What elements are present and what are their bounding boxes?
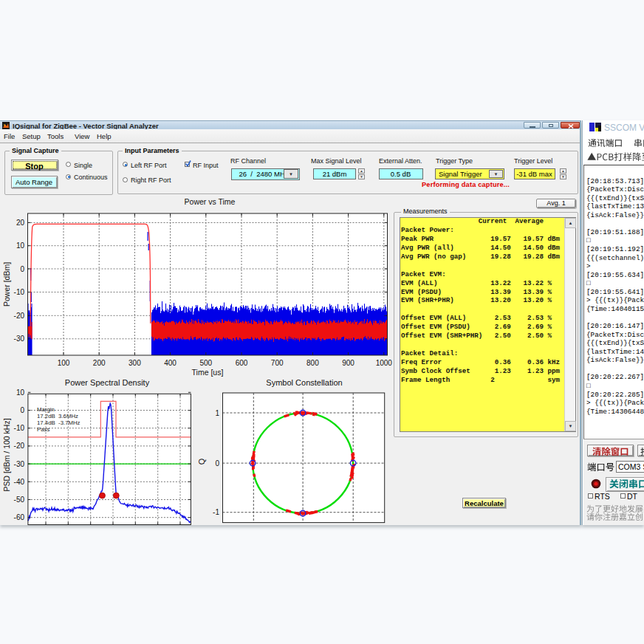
svg-text:400: 400	[164, 359, 177, 367]
svg-text:600: 600	[236, 359, 248, 367]
svg-text:500: 500	[199, 359, 212, 367]
svg-text:1000: 1000	[376, 359, 393, 367]
svg-text:-30: -30	[14, 460, 25, 468]
svg-text:Margin: Margin	[37, 406, 55, 413]
svg-text:20: 20	[16, 219, 25, 227]
svg-text:-30: -30	[14, 335, 25, 343]
svg-text:-40: -40	[14, 478, 25, 486]
svg-text:-1: -1	[213, 508, 219, 516]
svg-text:17.2dB 3.6MHz: 17.2dB 3.6MHz	[37, 413, 78, 419]
svg-text:10: 10	[16, 388, 25, 397]
svg-text:0: 0	[20, 265, 24, 273]
svg-text:-10: -10	[14, 288, 25, 296]
svg-text:300: 300	[129, 359, 141, 367]
svg-text:Power vs Time: Power vs Time	[185, 198, 236, 206]
svg-text:Q: Q	[197, 458, 206, 465]
svg-text:Power [dBm]: Power [dBm]	[2, 262, 11, 306]
svg-text:PSD [dBm / 100 kHz]: PSD [dBm / 100 kHz]	[2, 418, 11, 491]
svg-text:-20: -20	[14, 442, 25, 450]
svg-text:Power Spectral Density: Power Spectral Density	[65, 378, 150, 387]
svg-text:700: 700	[271, 359, 284, 367]
svg-text:-20: -20	[14, 312, 25, 320]
svg-text:900: 900	[342, 359, 354, 367]
svg-text:17.4dB -3.7MHz: 17.4dB -3.7MHz	[37, 419, 80, 426]
svg-text:Pass: Pass	[37, 426, 49, 433]
svg-text:1: 1	[215, 409, 219, 417]
svg-text:-60: -60	[14, 513, 25, 521]
svg-text:-10: -10	[14, 424, 25, 432]
svg-text:0: 0	[215, 459, 219, 467]
svg-text:10: 10	[16, 242, 25, 250]
svg-text:100: 100	[58, 359, 70, 367]
svg-text:Symbol Constellation: Symbol Constellation	[266, 378, 342, 387]
svg-text:800: 800	[306, 359, 319, 367]
svg-text:0: 0	[20, 406, 24, 414]
svg-text:-50: -50	[14, 496, 25, 504]
svg-text:200: 200	[93, 359, 106, 367]
